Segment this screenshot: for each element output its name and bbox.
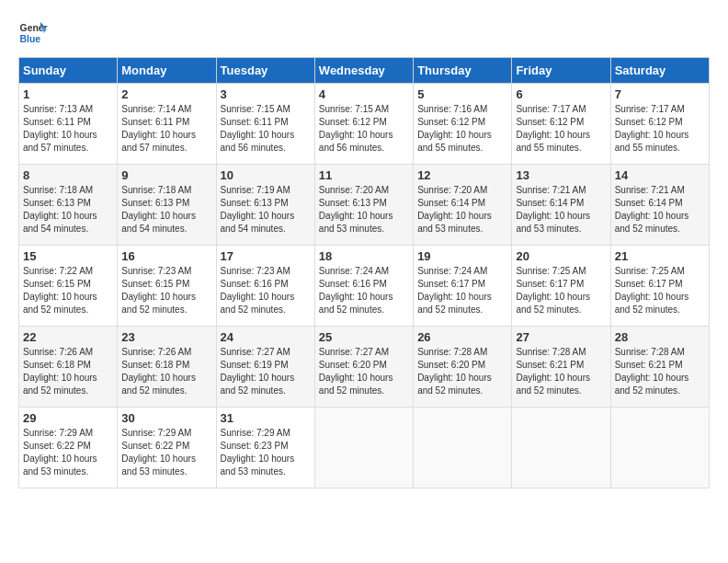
calendar-day-header: Tuesday: [216, 58, 314, 84]
calendar-body: 1Sunrise: 7:13 AMSunset: 6:11 PMDaylight…: [19, 84, 710, 488]
cell-details: Sunrise: 7:22 AMSunset: 6:15 PMDaylight:…: [23, 265, 113, 316]
cell-details: Sunrise: 7:20 AMSunset: 6:14 PMDaylight:…: [417, 184, 507, 236]
calendar-cell: 28Sunrise: 7:28 AMSunset: 6:21 PMDayligh…: [610, 327, 709, 408]
calendar-cell: 21Sunrise: 7:25 AMSunset: 6:17 PMDayligh…: [610, 246, 709, 327]
calendar-cell: 17Sunrise: 7:23 AMSunset: 6:16 PMDayligh…: [216, 246, 314, 327]
day-number: 21: [615, 249, 705, 263]
cell-details: Sunrise: 7:23 AMSunset: 6:15 PMDaylight:…: [121, 265, 211, 316]
calendar-cell: 12Sunrise: 7:20 AMSunset: 6:14 PMDayligh…: [414, 165, 512, 246]
day-number: 20: [516, 249, 606, 263]
calendar-cell: 27Sunrise: 7:28 AMSunset: 6:21 PMDayligh…: [512, 327, 610, 408]
cell-details: Sunrise: 7:13 AMSunset: 6:11 PMDaylight:…: [23, 103, 113, 155]
day-number: 16: [121, 249, 211, 263]
calendar-week-row: 29Sunrise: 7:29 AMSunset: 6:22 PMDayligh…: [19, 408, 710, 488]
cell-details: Sunrise: 7:27 AMSunset: 6:19 PMDaylight:…: [221, 346, 311, 397]
calendar-cell: 10Sunrise: 7:19 AMSunset: 6:13 PMDayligh…: [216, 165, 314, 246]
calendar-cell: 14Sunrise: 7:21 AMSunset: 6:14 PMDayligh…: [610, 165, 709, 246]
calendar-week-row: 22Sunrise: 7:26 AMSunset: 6:18 PMDayligh…: [19, 327, 710, 408]
cell-details: Sunrise: 7:15 AMSunset: 6:11 PMDaylight:…: [221, 103, 311, 155]
day-number: 24: [221, 330, 311, 344]
calendar-cell: 16Sunrise: 7:23 AMSunset: 6:15 PMDayligh…: [118, 246, 216, 327]
cell-details: Sunrise: 7:29 AMSunset: 6:22 PMDaylight:…: [23, 427, 113, 478]
calendar-cell: 18Sunrise: 7:24 AMSunset: 6:16 PMDayligh…: [314, 246, 413, 327]
day-number: 8: [23, 168, 113, 182]
cell-details: Sunrise: 7:28 AMSunset: 6:21 PMDaylight:…: [516, 346, 606, 397]
calendar-week-row: 1Sunrise: 7:13 AMSunset: 6:11 PMDaylight…: [19, 84, 710, 165]
cell-details: Sunrise: 7:26 AMSunset: 6:18 PMDaylight:…: [23, 346, 113, 397]
calendar-cell: 11Sunrise: 7:20 AMSunset: 6:13 PMDayligh…: [314, 165, 413, 246]
calendar-cell: 4Sunrise: 7:15 AMSunset: 6:12 PMDaylight…: [314, 84, 413, 165]
cell-details: Sunrise: 7:27 AMSunset: 6:20 PMDaylight:…: [319, 346, 409, 397]
calendar-cell: 20Sunrise: 7:25 AMSunset: 6:17 PMDayligh…: [512, 246, 610, 327]
svg-text:Blue: Blue: [20, 34, 41, 44]
day-number: 28: [615, 330, 705, 344]
calendar-day-header: Saturday: [610, 58, 709, 84]
calendar-cell: [610, 408, 709, 488]
cell-details: Sunrise: 7:24 AMSunset: 6:16 PMDaylight:…: [319, 265, 409, 316]
calendar-cell: 24Sunrise: 7:27 AMSunset: 6:19 PMDayligh…: [216, 327, 314, 408]
day-number: 6: [516, 87, 606, 101]
day-number: 14: [615, 168, 705, 182]
logo-icon: General Blue: [18, 18, 48, 48]
cell-details: Sunrise: 7:21 AMSunset: 6:14 PMDaylight:…: [516, 184, 606, 236]
calendar-day-header: Friday: [512, 58, 610, 84]
logo: General Blue: [18, 18, 48, 48]
cell-details: Sunrise: 7:18 AMSunset: 6:13 PMDaylight:…: [121, 184, 211, 236]
calendar-cell: 26Sunrise: 7:28 AMSunset: 6:20 PMDayligh…: [414, 327, 512, 408]
calendar-cell: 15Sunrise: 7:22 AMSunset: 6:15 PMDayligh…: [19, 246, 118, 327]
calendar-cell: 31Sunrise: 7:29 AMSunset: 6:23 PMDayligh…: [216, 408, 314, 488]
day-number: 5: [417, 87, 507, 101]
calendar-cell: [414, 408, 512, 488]
calendar-cell: 6Sunrise: 7:17 AMSunset: 6:12 PMDaylight…: [512, 84, 610, 165]
day-number: 19: [417, 249, 507, 263]
calendar-cell: 13Sunrise: 7:21 AMSunset: 6:14 PMDayligh…: [512, 165, 610, 246]
calendar-table: SundayMondayTuesdayWednesdayThursdayFrid…: [18, 57, 710, 488]
calendar-cell: 29Sunrise: 7:29 AMSunset: 6:22 PMDayligh…: [19, 408, 118, 488]
cell-details: Sunrise: 7:23 AMSunset: 6:16 PMDaylight:…: [221, 265, 311, 316]
day-number: 29: [23, 411, 113, 425]
day-number: 11: [319, 168, 409, 182]
cell-details: Sunrise: 7:17 AMSunset: 6:12 PMDaylight:…: [615, 103, 705, 155]
calendar-day-header: Thursday: [414, 58, 512, 84]
calendar-cell: 30Sunrise: 7:29 AMSunset: 6:22 PMDayligh…: [118, 408, 216, 488]
cell-details: Sunrise: 7:16 AMSunset: 6:12 PMDaylight:…: [417, 103, 507, 155]
calendar-day-header: Wednesday: [314, 58, 413, 84]
calendar-cell: 1Sunrise: 7:13 AMSunset: 6:11 PMDaylight…: [19, 84, 118, 165]
day-number: 15: [23, 249, 113, 263]
calendar-cell: 5Sunrise: 7:16 AMSunset: 6:12 PMDaylight…: [414, 84, 512, 165]
cell-details: Sunrise: 7:29 AMSunset: 6:23 PMDaylight:…: [221, 427, 311, 478]
cell-details: Sunrise: 7:17 AMSunset: 6:12 PMDaylight:…: [516, 103, 606, 155]
day-number: 10: [221, 168, 311, 182]
calendar-cell: [512, 408, 610, 488]
cell-details: Sunrise: 7:19 AMSunset: 6:13 PMDaylight:…: [221, 184, 311, 236]
cell-details: Sunrise: 7:15 AMSunset: 6:12 PMDaylight:…: [319, 103, 409, 155]
calendar-header-row: SundayMondayTuesdayWednesdayThursdayFrid…: [19, 58, 710, 84]
calendar-cell: 19Sunrise: 7:24 AMSunset: 6:17 PMDayligh…: [414, 246, 512, 327]
calendar-cell: 7Sunrise: 7:17 AMSunset: 6:12 PMDaylight…: [610, 84, 709, 165]
day-number: 27: [516, 330, 606, 344]
day-number: 18: [319, 249, 409, 263]
calendar-day-header: Monday: [118, 58, 216, 84]
day-number: 12: [417, 168, 507, 182]
calendar-cell: 22Sunrise: 7:26 AMSunset: 6:18 PMDayligh…: [19, 327, 118, 408]
cell-details: Sunrise: 7:29 AMSunset: 6:22 PMDaylight:…: [121, 427, 211, 478]
day-number: 30: [121, 411, 211, 425]
day-number: 17: [221, 249, 311, 263]
cell-details: Sunrise: 7:20 AMSunset: 6:13 PMDaylight:…: [319, 184, 409, 236]
calendar-cell: 25Sunrise: 7:27 AMSunset: 6:20 PMDayligh…: [314, 327, 413, 408]
day-number: 25: [319, 330, 409, 344]
day-number: 1: [23, 87, 113, 101]
cell-details: Sunrise: 7:24 AMSunset: 6:17 PMDaylight:…: [417, 265, 507, 316]
cell-details: Sunrise: 7:25 AMSunset: 6:17 PMDaylight:…: [615, 265, 705, 316]
cell-details: Sunrise: 7:25 AMSunset: 6:17 PMDaylight:…: [516, 265, 606, 316]
calendar-cell: 2Sunrise: 7:14 AMSunset: 6:11 PMDaylight…: [118, 84, 216, 165]
cell-details: Sunrise: 7:28 AMSunset: 6:20 PMDaylight:…: [417, 346, 507, 397]
cell-details: Sunrise: 7:26 AMSunset: 6:18 PMDaylight:…: [121, 346, 211, 397]
day-number: 7: [615, 87, 705, 101]
cell-details: Sunrise: 7:28 AMSunset: 6:21 PMDaylight:…: [615, 346, 705, 397]
day-number: 3: [221, 87, 311, 101]
calendar-week-row: 8Sunrise: 7:18 AMSunset: 6:13 PMDaylight…: [19, 165, 710, 246]
day-number: 23: [121, 330, 211, 344]
cell-details: Sunrise: 7:18 AMSunset: 6:13 PMDaylight:…: [23, 184, 113, 236]
calendar-cell: 9Sunrise: 7:18 AMSunset: 6:13 PMDaylight…: [118, 165, 216, 246]
